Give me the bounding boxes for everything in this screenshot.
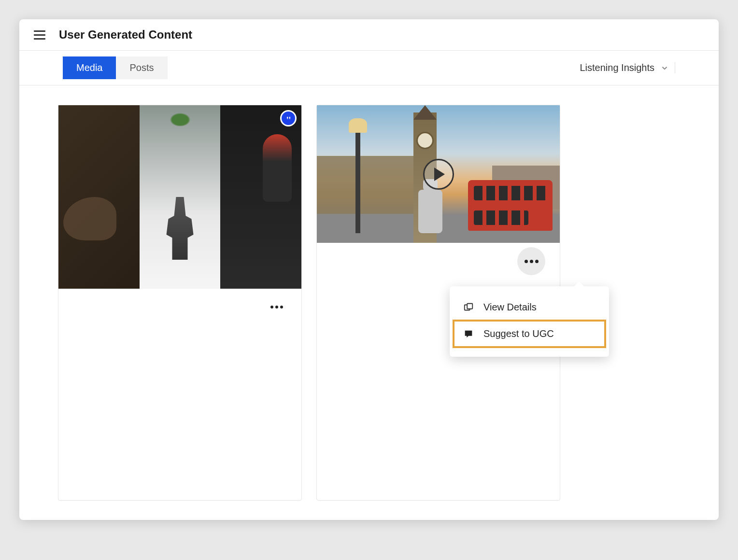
content-area: View Details Suggest to UGC (19, 85, 719, 520)
listening-insights-dropdown[interactable]: Listening Insights (580, 62, 675, 73)
menu-item-suggest-ugc[interactable]: Suggest to UGC (453, 320, 606, 348)
card-overflow-button[interactable] (267, 302, 287, 312)
media-card[interactable]: View Details Suggest to UGC (316, 105, 560, 501)
listening-insights-label: Listening Insights (580, 62, 654, 73)
overflow-dropdown: View Details Suggest to UGC (450, 286, 609, 357)
menu-item-label: View Details (483, 302, 537, 313)
menu-item-label: Suggest to UGC (483, 328, 554, 339)
hamburger-menu-icon[interactable] (34, 30, 45, 40)
suggest-ugc-icon (463, 329, 474, 339)
chevron-down-icon (660, 64, 669, 72)
tab-posts[interactable]: Posts (116, 56, 167, 79)
card-footer (58, 289, 301, 325)
card-footer (317, 243, 560, 280)
card-overflow-button[interactable] (517, 247, 545, 275)
play-icon[interactable] (423, 159, 454, 190)
media-card[interactable] (58, 105, 302, 501)
tab-group: Media Posts (63, 56, 168, 79)
view-details-icon (463, 302, 474, 313)
media-thumbnail (317, 105, 560, 243)
svg-rect-1 (467, 303, 472, 308)
menu-item-view-details[interactable]: View Details (454, 295, 604, 320)
header: User Generated Content (19, 19, 719, 51)
toolbar: Media Posts Listening Insights (19, 51, 719, 85)
quote-badge-icon (280, 110, 297, 126)
page-title: User Generated Content (59, 28, 192, 42)
tab-media[interactable]: Media (63, 56, 116, 79)
app-container: User Generated Content Media Posts Liste… (19, 19, 719, 520)
media-thumbnail (58, 105, 301, 289)
